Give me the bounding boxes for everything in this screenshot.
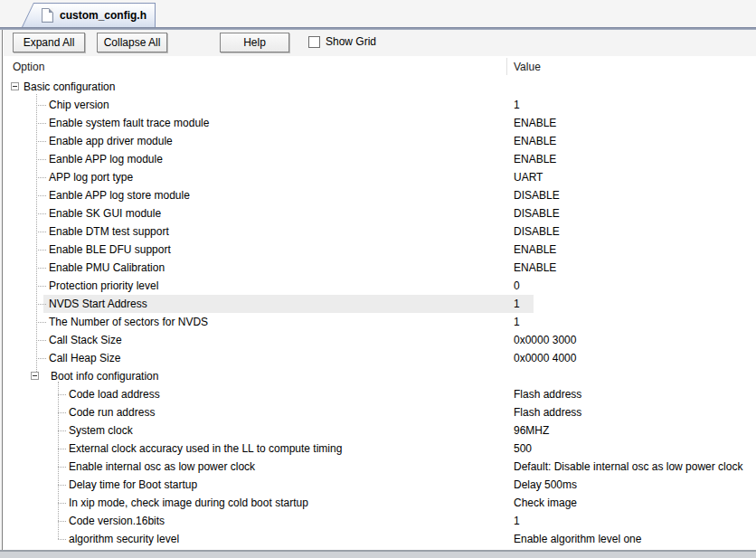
option-label: External clock accuracy used in the LL t… [69,440,342,458]
option-value[interactable]: ENABLE [514,150,556,168]
option-value[interactable]: Default: Disable internal osc as low pow… [514,458,742,476]
tree-item-row[interactable]: Enable app driver moduleENABLE [4,132,756,150]
tree-item-row[interactable]: Code version.16bits1 [4,512,756,530]
option-label: Call Stack Size [49,331,122,349]
grid-header: Option Value [4,56,756,78]
option-value[interactable]: ENABLE [514,114,556,132]
option-label: Code version.16bits [69,512,165,530]
option-value[interactable]: 0 [514,277,520,295]
option-value[interactable]: Delay 500ms [514,476,577,494]
option-label: Code load address [69,385,160,403]
tree-item-row[interactable]: Enable BLE DFU supportENABLE [4,241,756,259]
option-value[interactable]: Check image [514,494,577,512]
show-grid-control: Show Grid [308,35,376,48]
option-value[interactable]: DISABLE [514,186,560,204]
config-grid: Option Value Basic configurationChip ver… [4,56,756,550]
option-label: Basic configuration [24,78,115,96]
tree-item-row[interactable]: Eanble APP log store moduleDISABLE [4,186,756,204]
tree-item-row[interactable]: Code load addressFlash address [4,385,756,403]
tree-item-row[interactable]: Protection priority level0 [4,277,756,295]
option-label: Enable system fault trace module [49,114,209,132]
option-label: Protection priority level [49,277,158,295]
option-value[interactable]: 0x0000 4000 [514,349,576,367]
option-label: NVDS Start Address [49,295,147,313]
tree-item-row[interactable]: Enable SK GUI moduleDISABLE [4,204,756,222]
tree-item-row[interactable]: The Number of sectors for NVDS1 [4,313,756,331]
column-header-value: Value [514,61,541,73]
tree-item-row[interactable]: External clock accuracy used in the LL t… [4,440,756,458]
option-value[interactable]: Flash address [514,385,581,403]
option-label: Enable BLE DFU support [49,241,171,259]
option-label: Enable app driver module [49,132,173,150]
tree-item-row[interactable]: System clock96MHZ [4,421,756,440]
option-label: algorithm security level [69,530,179,548]
option-value[interactable]: 500 [514,440,532,458]
tree-item-row[interactable]: Enable internal osc as low power clockDe… [4,458,756,476]
tree-item-row[interactable]: Chip version1 [4,96,756,114]
option-label: Call Heap Size [49,349,120,367]
option-value[interactable]: Enable algorithm level one [514,530,641,548]
column-header-option: Option [13,61,44,73]
tree-item-row[interactable]: Code run addressFlash address [4,403,756,421]
tree-item-row[interactable]: algorithm security levelEnable algorithm… [4,530,756,548]
tree-item-row[interactable]: Enable DTM test supportDISABLE [4,222,756,241]
panel-left-border-highlight [3,30,4,552]
tree-item-row[interactable]: Eanble APP log moduleENABLE [4,150,756,168]
tree-item-row[interactable]: Enable PMU CalibrationENABLE [4,259,756,277]
tree-group-row[interactable]: Boot info configuration [4,367,756,385]
collapse-expander-icon[interactable] [31,372,39,380]
tree-item-row[interactable]: Delay time for Boot startupDelay 500ms [4,476,756,494]
option-value[interactable]: ENABLE [514,132,556,150]
option-label: Eanble APP log store module [49,186,190,204]
column-resize-divider[interactable] [506,58,507,75]
option-label: Chip version [49,96,109,114]
option-value[interactable]: DISABLE [514,222,560,241]
option-value[interactable]: 1 [514,512,520,530]
option-label: System clock [69,421,133,440]
option-label: Eanble APP log module [49,150,163,168]
option-label: Enable SK GUI module [49,204,161,222]
tree-item-row[interactable]: NVDS Start Address1 [4,295,756,313]
option-value[interactable]: 1 [514,313,520,331]
option-value[interactable]: Flash address [514,403,581,421]
option-label: Boot info configuration [51,367,158,385]
show-grid-label: Show Grid [326,35,376,48]
option-label: Enable DTM test support [49,222,169,241]
tab-bar: custom_config.h [0,0,756,27]
show-grid-checkbox[interactable] [308,36,320,48]
option-label: APP log port type [49,168,133,186]
option-value[interactable]: 1 [514,96,520,114]
tab-title: custom_config.h [60,9,146,22]
tree-item-row[interactable]: Call Stack Size0x0000 3000 [4,331,756,349]
toolbar: Expand All Collapse All Help Show Grid [0,30,756,56]
document-icon [42,8,53,23]
option-label: Enable internal osc as low power clock [69,458,255,476]
tree-item-row[interactable]: Call Heap Size0x0000 4000 [4,349,756,367]
option-value[interactable]: ENABLE [514,259,556,277]
option-value[interactable]: UART [514,168,543,186]
option-value[interactable]: DISABLE [514,204,560,222]
tab-custom-config[interactable]: custom_config.h [22,3,156,27]
tree-item-row[interactable]: APP log port typeUART [4,168,756,186]
option-label: Delay time for Boot startup [69,476,197,494]
tree-group-row[interactable]: Basic configuration [4,78,756,96]
window-bottom-edge [0,552,756,558]
grid-rows: Basic configurationChip version1Enable s… [4,78,756,548]
option-value[interactable]: 0x0000 3000 [514,331,576,349]
option-label: Enable PMU Calibration [49,259,165,277]
collapse-expander-icon[interactable] [11,82,19,90]
option-value[interactable]: 96MHZ [514,421,549,440]
option-value[interactable]: 1 [514,295,520,313]
option-label: In xip mode, check image during cold boo… [69,494,308,512]
tree-item-row[interactable]: Enable system fault trace moduleENABLE [4,114,756,132]
tree-item-row[interactable]: In xip mode, check image during cold boo… [4,494,756,512]
option-label: Code run address [69,403,155,421]
help-button[interactable]: Help [220,33,289,52]
expand-all-button[interactable]: Expand All [13,33,85,52]
collapse-all-button[interactable]: Collapse All [97,33,167,52]
option-label: The Number of sectors for NVDS [49,313,208,331]
option-value[interactable]: ENABLE [514,241,556,259]
